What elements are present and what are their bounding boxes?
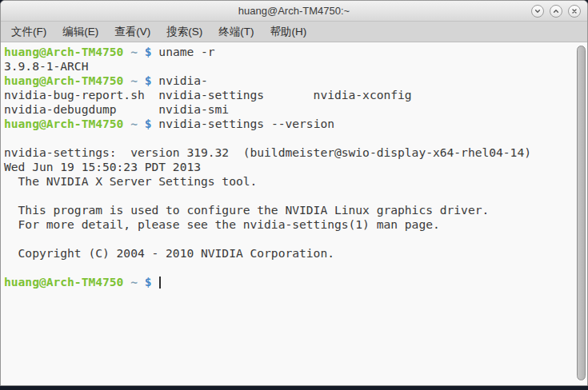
chevron-down-icon	[534, 7, 542, 15]
terminal-line: Copyright (C) 2004 - 2010 NVIDIA Corpora…	[4, 246, 574, 261]
terminal-line	[4, 131, 574, 145]
bottom-panel-strip	[0, 386, 588, 390]
terminal-line: huang@Arch-TM4750 ~ $ nvidia-settings --…	[4, 117, 574, 131]
terminal-line: huang@Arch-TM4750 ~ $	[4, 275, 574, 289]
terminal-line: nvidia-settings: version 319.32 (buildme…	[4, 145, 574, 160]
window-title: huang@Arch-TM4750:~	[238, 5, 350, 17]
terminal-line	[4, 189, 574, 203]
menubar: 文件(F) 编辑(E) 查看(V) 搜索(S) 终端(T) 帮助(H)	[1, 22, 587, 42]
terminal-line: The NVIDIA X Server Settings tool.	[4, 174, 574, 189]
terminal-line: huang@Arch-TM4750 ~ $ nvidia-	[4, 74, 574, 88]
terminal-line: Wed Jun 19 15:50:23 PDT 2013	[4, 160, 574, 174]
scrollbar-thumb[interactable]	[577, 46, 586, 380]
window-controls	[531, 1, 581, 21]
menu-item-terminal[interactable]: 终端(T)	[211, 22, 261, 42]
terminal-line: nvidia-debugdump nvidia-smi	[4, 102, 574, 117]
menu-item-search[interactable]: 搜索(S)	[159, 22, 210, 42]
terminal-window: huang@Arch-TM4750:~ 文件(F) 编辑(E) 查看(V)	[0, 0, 588, 386]
terminal-line: For more detail, please see the nvidia-s…	[4, 217, 574, 232]
terminal-output[interactable]: huang@Arch-TM4750 ~ $ uname -r3.9.8-1-AR…	[1, 42, 587, 385]
terminal-line: This program is used to configure the NV…	[4, 203, 574, 217]
menu-item-file[interactable]: 文件(F)	[4, 22, 54, 42]
titlebar[interactable]: huang@Arch-TM4750:~	[1, 1, 587, 22]
terminal-line	[4, 261, 574, 275]
close-icon	[570, 7, 578, 15]
terminal-line: 3.9.8-1-ARCH	[4, 59, 574, 74]
chevron-up-icon	[552, 7, 560, 15]
menu-item-view[interactable]: 查看(V)	[107, 22, 158, 42]
menu-item-edit[interactable]: 编辑(E)	[55, 22, 106, 42]
terminal-line	[4, 232, 574, 246]
maximize-button[interactable]	[550, 5, 562, 18]
terminal-line: nvidia-bug-report.sh nvidia-settings nvi…	[4, 88, 574, 102]
menu-item-help[interactable]: 帮助(H)	[263, 22, 314, 42]
close-button[interactable]	[568, 5, 581, 18]
terminal-line: huang@Arch-TM4750 ~ $ uname -r	[4, 45, 574, 59]
terminal-lines: huang@Arch-TM4750 ~ $ uname -r3.9.8-1-AR…	[4, 45, 574, 289]
text-cursor	[159, 277, 161, 289]
minimize-button[interactable]	[531, 5, 544, 18]
scrollbar-track[interactable]	[576, 44, 586, 384]
